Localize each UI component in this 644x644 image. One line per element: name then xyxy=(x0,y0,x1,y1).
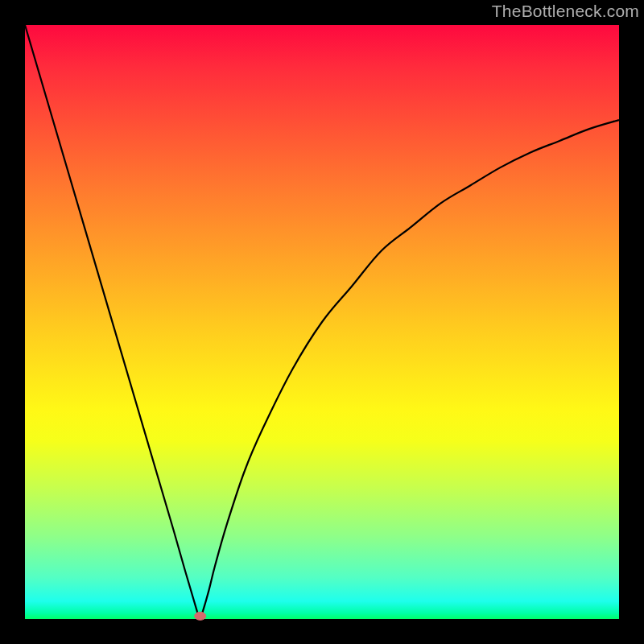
watermark-text: TheBottleneck.com xyxy=(492,2,639,21)
chart-container: TheBottleneck.com xyxy=(0,0,644,644)
plot-area xyxy=(25,25,619,619)
curve-right-path xyxy=(200,120,619,619)
minimum-marker xyxy=(195,612,206,620)
curve-left-path xyxy=(25,25,200,619)
curve-svg xyxy=(25,25,619,619)
